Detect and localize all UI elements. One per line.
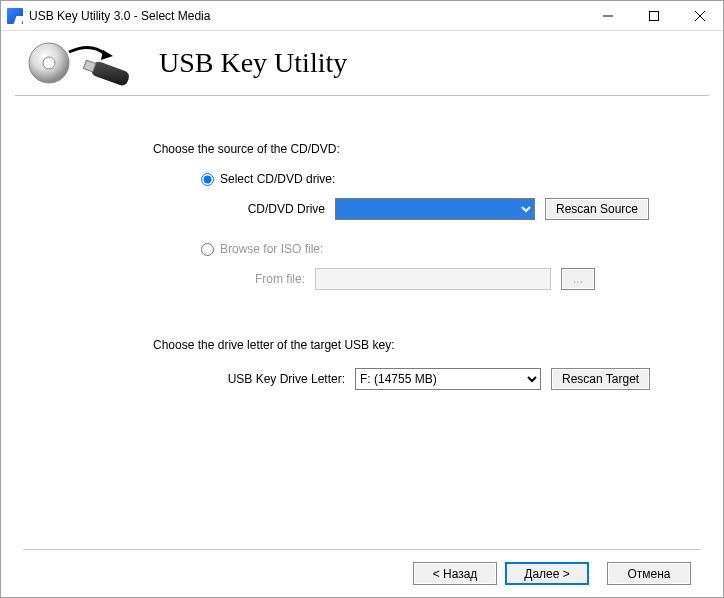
radio-row-drive: Select CD/DVD drive: [201,172,689,186]
usb-drive-label: USB Key Drive Letter: [215,372,345,386]
footer: < Назад Далее > Отмена [23,549,701,597]
close-button[interactable] [677,1,723,31]
window-title: USB Key Utility 3.0 - Select Media [29,9,210,23]
next-button[interactable]: Далее > [505,562,589,585]
cancel-button[interactable]: Отмена [607,562,691,585]
svg-rect-1 [650,11,659,20]
titlebar: USB Key Utility 3.0 - Select Media [1,1,723,31]
header-banner: USB Key Utility [15,35,709,91]
app-window: USB Key Utility 3.0 - Select Media [0,0,724,598]
radio-select-drive[interactable] [201,173,214,186]
client-area: USB Key Utility Choose the source of the… [1,31,723,597]
content-panel: Choose the source of the CD/DVD: Select … [15,96,709,549]
usb-drive-select[interactable]: F: (14755 MB) [355,368,541,390]
minimize-icon [603,11,613,21]
radio-row-iso: Browse for ISO file: [201,242,689,256]
from-file-input [315,268,551,290]
back-button[interactable]: < Назад [413,562,497,585]
minimize-button[interactable] [585,1,631,31]
from-file-label: From file: [215,272,305,286]
browse-file-button: ... [561,268,595,290]
footer-wrap: < Назад Далее > Отмена [15,549,709,597]
cd-drive-label: CD/DVD Drive [215,202,325,216]
rescan-target-button[interactable]: Rescan Target [551,368,650,390]
maximize-button[interactable] [631,1,677,31]
svg-point-5 [43,57,55,69]
from-file-row: From file: ... [215,268,689,290]
radio-select-drive-label[interactable]: Select CD/DVD drive: [220,172,335,186]
app-title: USB Key Utility [159,47,347,79]
radio-browse-iso-label[interactable]: Browse for ISO file: [220,242,323,256]
radio-browse-iso[interactable] [201,243,214,256]
svg-marker-6 [101,50,113,60]
target-prompt: Choose the drive letter of the target US… [153,338,689,352]
brand-logo [25,38,145,88]
close-icon [695,11,705,21]
source-prompt: Choose the source of the CD/DVD: [153,142,689,156]
target-select-row: USB Key Drive Letter: F: (14755 MB) Resc… [215,368,689,390]
drive-select-row: CD/DVD Drive Rescan Source [215,198,689,220]
maximize-icon [649,11,659,21]
app-icon [7,8,23,24]
rescan-source-button[interactable]: Rescan Source [545,198,649,220]
cd-drive-select[interactable] [335,198,535,220]
